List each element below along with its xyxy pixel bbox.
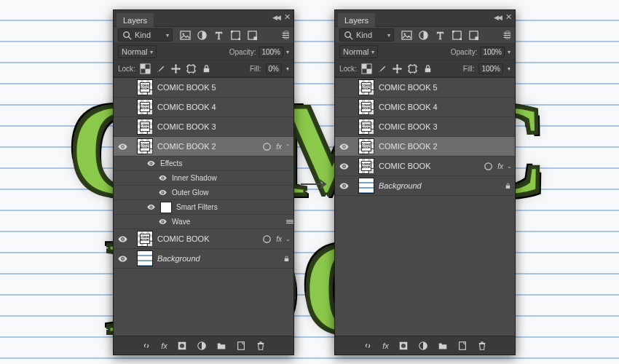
layer-thumbnail[interactable] <box>137 138 153 154</box>
visibility-toggle[interactable] <box>117 142 128 151</box>
filter-smart-icon[interactable] <box>468 30 479 41</box>
layer-thumbnail[interactable] <box>137 231 153 247</box>
filter-type-icon[interactable] <box>213 30 224 41</box>
add-fx-icon[interactable]: fx <box>161 341 167 351</box>
new-layer-icon[interactable] <box>457 341 468 351</box>
lock-transparent-icon[interactable] <box>361 63 372 74</box>
smart-filter-item[interactable]: Wave <box>114 215 293 229</box>
fill-value[interactable]: 100% <box>478 63 503 74</box>
layer-name[interactable]: COMIC BOOK <box>157 234 261 243</box>
layer-name[interactable]: COMIC BOOK 2 <box>157 142 261 151</box>
layer-row[interactable]: COMIC BOOK 3 <box>335 117 515 137</box>
add-fx-icon[interactable]: fx <box>382 341 389 351</box>
collapse-fx-icon[interactable]: ⌃ <box>285 143 291 150</box>
layer-thumbnail[interactable] <box>137 99 153 115</box>
effects-header[interactable]: Effects <box>114 157 293 171</box>
layer-name[interactable]: COMIC BOOK 2 <box>379 142 512 151</box>
layer-filter-select[interactable]: ▾ <box>118 28 173 41</box>
opacity-caret-icon[interactable]: ▾ <box>286 49 289 55</box>
smart-filters-header[interactable]: Smart Filters <box>114 200 293 215</box>
layer-name[interactable]: Background <box>379 181 504 190</box>
layer-row[interactable]: COMIC BOOK 5 <box>335 78 515 98</box>
lock-all-icon[interactable] <box>201 63 212 74</box>
expand-fx-icon[interactable]: ⌄ <box>507 163 512 170</box>
layer-row[interactable]: COMIC BOOK 5 <box>114 78 293 98</box>
layer-row[interactable]: COMIC BOOK fx ⌄ <box>335 157 515 176</box>
lock-all-icon[interactable] <box>422 63 433 74</box>
delete-layer-icon[interactable] <box>477 341 487 351</box>
add-mask-icon[interactable] <box>398 341 409 351</box>
layer-name[interactable]: COMIC BOOK 3 <box>157 122 291 131</box>
layer-name[interactable]: COMIC BOOK 5 <box>379 83 512 92</box>
layer-name[interactable]: COMIC BOOK 4 <box>157 103 291 111</box>
blend-mode-select[interactable]: Normal▾ <box>339 45 378 58</box>
new-layer-icon[interactable] <box>236 341 246 351</box>
filter-kind-input[interactable] <box>356 31 385 39</box>
filter-options-icon[interactable] <box>286 220 293 223</box>
smart-filter-mask-thumb[interactable] <box>160 202 172 213</box>
layer-thumbnail[interactable] <box>358 99 374 115</box>
new-group-icon[interactable] <box>438 341 448 351</box>
layer-row[interactable]: COMIC BOOK 2 fx ⌃ <box>114 137 293 157</box>
layer-thumbnail[interactable] <box>358 138 374 154</box>
filter-smart-icon[interactable] <box>247 30 258 41</box>
visibility-toggle[interactable] <box>338 142 350 151</box>
opacity-value[interactable]: 100% <box>480 47 505 58</box>
layer-name[interactable]: COMIC BOOK 4 <box>379 103 512 111</box>
layer-thumbnail[interactable] <box>137 79 153 95</box>
layer-row[interactable]: COMIC BOOK 4 <box>335 98 515 117</box>
filter-pixel-icon[interactable] <box>180 30 191 41</box>
add-adjustment-icon[interactable] <box>197 341 207 351</box>
layer-thumbnail[interactable] <box>358 79 374 95</box>
collapse-panel-icon[interactable]: ◀◀ <box>272 14 280 21</box>
visibility-toggle[interactable] <box>117 234 128 244</box>
lock-artboard-icon[interactable] <box>407 63 418 74</box>
layer-row[interactable]: COMIC BOOK 3 <box>114 117 293 137</box>
delete-layer-icon[interactable] <box>256 341 266 351</box>
visibility-toggle[interactable] <box>338 162 350 171</box>
panel-menu-icon[interactable] <box>281 30 290 41</box>
filter-shape-icon[interactable] <box>230 30 241 41</box>
filter-adjust-icon[interactable] <box>197 30 208 41</box>
filter-kind-input[interactable] <box>135 31 164 39</box>
lock-image-icon[interactable] <box>155 63 166 74</box>
panel-menu-icon[interactable] <box>502 30 511 41</box>
opacity-caret-icon[interactable]: ▾ <box>508 49 510 55</box>
link-layers-icon[interactable] <box>363 341 373 351</box>
layer-row[interactable]: COMIC BOOK 2 <box>335 137 515 157</box>
layer-thumbnail[interactable] <box>137 119 153 135</box>
link-layers-icon[interactable] <box>141 341 151 351</box>
layers-tab[interactable]: Layers <box>117 13 154 27</box>
layer-filter-select[interactable]: ▾ <box>339 28 394 41</box>
fill-caret-icon[interactable]: ▾ <box>508 66 510 72</box>
filter-pixel-icon[interactable] <box>401 30 412 41</box>
lock-transparent-icon[interactable] <box>140 63 151 74</box>
expand-fx-icon[interactable]: ⌄ <box>285 236 291 242</box>
lock-position-icon[interactable] <box>170 63 181 74</box>
fill-value[interactable]: 0% <box>266 63 282 74</box>
layer-thumbnail[interactable] <box>137 250 153 266</box>
add-adjustment-icon[interactable] <box>418 341 428 351</box>
add-mask-icon[interactable] <box>177 341 187 351</box>
filter-type-icon[interactable] <box>435 30 446 41</box>
layer-name[interactable]: Background <box>157 254 283 263</box>
fill-caret-icon[interactable]: ▾ <box>286 66 289 72</box>
layers-tab[interactable]: Layers <box>338 13 375 27</box>
effect-item[interactable]: Inner Shadow <box>114 171 293 186</box>
opacity-value[interactable]: 100% <box>259 47 283 58</box>
close-panel-icon[interactable]: ✕ <box>284 12 291 22</box>
collapse-panel-icon[interactable]: ◀◀ <box>494 14 501 21</box>
layer-name[interactable]: COMIC BOOK 5 <box>157 83 291 92</box>
effect-item[interactable]: Outer Glow <box>114 186 293 200</box>
layer-thumbnail[interactable] <box>358 178 374 194</box>
new-group-icon[interactable] <box>216 341 226 351</box>
visibility-toggle[interactable] <box>338 181 350 191</box>
fx-badge[interactable]: fx <box>497 162 503 170</box>
blend-mode-select[interactable]: Normal▾ <box>118 45 157 58</box>
lock-position-icon[interactable] <box>392 63 403 74</box>
filter-adjust-icon[interactable] <box>418 30 429 41</box>
layer-thumbnail[interactable] <box>358 158 374 174</box>
filter-shape-icon[interactable] <box>452 30 462 41</box>
layer-row[interactable]: COMIC BOOK 4 <box>114 98 293 117</box>
layer-name[interactable]: COMIC BOOK 3 <box>379 122 512 131</box>
